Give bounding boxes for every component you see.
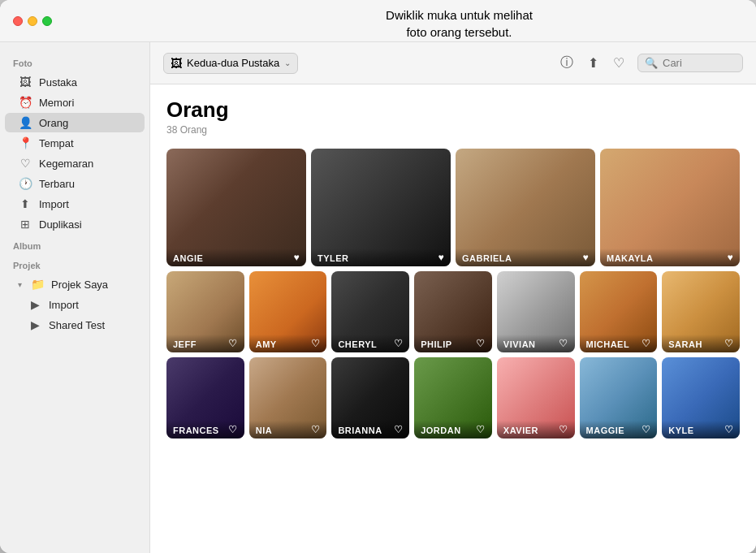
sidebar-item-orang[interactable]: 👤 Orang (5, 113, 145, 132)
projek-icon: 📁 (30, 278, 45, 291)
share-button[interactable]: ⬆ (586, 54, 600, 72)
person-card-philip[interactable]: Philip ♡ (414, 271, 492, 352)
content-toolbar: 🖼 Kedua-dua Pustaka ⌄ ⓘ ⬆ ♡ 🔍 (150, 42, 756, 84)
sidebar-item-tempat[interactable]: 📍 Tempat (5, 133, 145, 153)
person-card-jeff[interactable]: Jeff ♡ (166, 271, 244, 352)
shared-test-icon: ▶ (28, 318, 42, 331)
heart-icon: ♡ (724, 424, 734, 435)
person-label-sarah: Sarah ♡ (662, 335, 740, 352)
heart-icon: ♡ (476, 338, 486, 349)
memori-icon: ⏰ (18, 96, 32, 109)
page-subtitle: 38 Orang (166, 124, 740, 136)
heart-icon: ♥ (293, 252, 300, 263)
sidebar-section-album: Album (0, 235, 149, 254)
sidebar-item-import-sub[interactable]: ▶ Import (5, 295, 145, 314)
heart-icon: ♥ (438, 252, 444, 263)
sidebar-item-pustaka[interactable]: 🖼 Pustaka (5, 72, 145, 92)
pustaka-icon: 🖼 (18, 76, 32, 89)
chevron-down-icon: ⌄ (284, 58, 291, 67)
library-selector[interactable]: 🖼 Kedua-dua Pustaka ⌄ (163, 53, 298, 74)
person-label-michael: Michael ♡ (580, 335, 658, 352)
person-card-xavier[interactable]: Xavier ♡ (497, 357, 575, 439)
person-label-kyle: Kyle ♡ (662, 421, 740, 439)
chevron-down-icon: ▾ (18, 280, 22, 289)
person-label-vivian: Vivian ♡ (497, 335, 575, 352)
content-area: 🖼 Kedua-dua Pustaka ⌄ ⓘ ⬆ ♡ 🔍 Orang (150, 42, 756, 553)
heart-icon: ♡ (559, 424, 568, 435)
favorite-button[interactable]: ♡ (611, 54, 626, 72)
sidebar-item-kegemaran[interactable]: ♡ Kegemaran (5, 153, 145, 173)
person-card-nia[interactable]: Nia ♡ (249, 357, 327, 439)
sidebar: Foto 🖼 Pustaka ⏰ Memori 👤 Orang 📍 Tempat… (0, 42, 150, 553)
title-bar (0, 0, 756, 42)
person-label-jeff: Jeff ♡ (166, 335, 244, 352)
persons-grid-large: ANGIE ♥ TYLER ♥ GABRIELA ♥ (166, 149, 740, 266)
heart-icon: ♡ (559, 338, 568, 349)
search-input[interactable] (663, 57, 732, 69)
person-card-gabriela[interactable]: GABRIELA ♥ (456, 149, 595, 266)
traffic-lights (13, 16, 52, 26)
search-icon: 🔍 (645, 57, 658, 69)
sidebar-item-terbaru[interactable]: 🕐 Terbaru (5, 174, 145, 193)
person-card-amy[interactable]: Amy ♡ (249, 271, 327, 352)
orang-icon: 👤 (18, 116, 32, 129)
person-card-michael[interactable]: Michael ♡ (580, 271, 658, 352)
sidebar-item-duplikasi[interactable]: ⊞ Duplikasi (5, 214, 145, 234)
toolbar-actions: ⓘ ⬆ ♡ 🔍 (559, 53, 743, 73)
page-content: Orang 38 Orang ANGIE ♥ TYLER ♥ (150, 84, 756, 553)
page-title: Orang (166, 97, 740, 123)
minimize-button[interactable] (28, 16, 37, 26)
person-label-brianna: Brianna ♡ (331, 421, 409, 439)
heart-icon: ♡ (642, 424, 651, 435)
info-button[interactable]: ⓘ (559, 53, 575, 73)
import-sub-icon: ▶ (28, 298, 42, 311)
heart-icon: ♡ (311, 424, 321, 435)
heart-icon: ♡ (394, 338, 404, 349)
person-card-jordan[interactable]: Jordan ♡ (414, 357, 492, 439)
search-box[interactable]: 🔍 (637, 54, 743, 72)
person-label-amy: Amy ♡ (249, 335, 327, 352)
sidebar-item-import[interactable]: ⬆ Import (5, 194, 145, 214)
person-label-nia: Nia ♡ (249, 421, 327, 439)
sidebar-item-memori[interactable]: ⏰ Memori (5, 93, 145, 112)
close-button[interactable] (13, 16, 23, 26)
person-card-cheryl[interactable]: Cheryl ♡ (331, 271, 409, 352)
heart-icon: ♡ (311, 338, 321, 349)
person-label-frances: Frances ♡ (166, 421, 244, 439)
heart-icon: ♡ (642, 338, 651, 349)
person-card-vivian[interactable]: Vivian ♡ (497, 271, 575, 352)
person-label-tyler: TYLER ♥ (311, 248, 451, 266)
person-card-maggie[interactable]: Maggie ♡ (580, 357, 658, 439)
persons-grid-row3: Frances ♡ Nia ♡ Brianna ♡ (166, 357, 740, 439)
sidebar-section-foto: Foto (0, 52, 149, 71)
person-label-cheryl: Cheryl ♡ (331, 335, 409, 352)
person-label-philip: Philip ♡ (414, 335, 492, 352)
sidebar-item-projek-saya[interactable]: ▾ 📁 Projek Saya (5, 274, 145, 294)
sidebar-item-shared-test[interactable]: ▶ Shared Test (5, 315, 145, 335)
terbaru-icon: 🕐 (18, 177, 32, 190)
sidebar-section-projek: Projek (0, 254, 149, 274)
kegemaran-icon: ♡ (18, 157, 32, 170)
person-card-brianna[interactable]: Brianna ♡ (331, 357, 409, 439)
tempat-icon: 📍 (18, 136, 32, 149)
person-label-makayla: MAKAYLA ♥ (600, 248, 740, 266)
persons-grid-row2: Jeff ♡ Amy ♡ Cheryl ♡ (166, 271, 740, 352)
duplikasi-icon: ⊞ (18, 218, 32, 231)
import-icon: ⬆ (18, 197, 32, 210)
heart-icon: ♡ (228, 424, 238, 435)
heart-icon: ♡ (228, 338, 238, 349)
app-window: Dwiklik muka untuk melihat foto orang te… (0, 0, 756, 553)
person-card-frances[interactable]: Frances ♡ (166, 357, 244, 439)
person-label-gabriela: GABRIELA ♥ (456, 248, 595, 266)
person-card-makayla[interactable]: MAKAYLA ♥ (600, 149, 740, 266)
person-label-maggie: Maggie ♡ (580, 421, 658, 439)
person-card-angie[interactable]: ANGIE ♥ (166, 149, 306, 266)
person-label-jordan: Jordan ♡ (414, 421, 492, 439)
heart-icon: ♡ (724, 338, 734, 349)
person-card-sarah[interactable]: Sarah ♡ (662, 271, 740, 352)
person-card-tyler[interactable]: TYLER ♥ (311, 149, 451, 266)
fullscreen-button[interactable] (42, 16, 52, 26)
main-layout: Foto 🖼 Pustaka ⏰ Memori 👤 Orang 📍 Tempat… (0, 42, 756, 553)
person-card-kyle[interactable]: Kyle ♡ (662, 357, 740, 439)
person-label-xavier: Xavier ♡ (497, 421, 575, 439)
